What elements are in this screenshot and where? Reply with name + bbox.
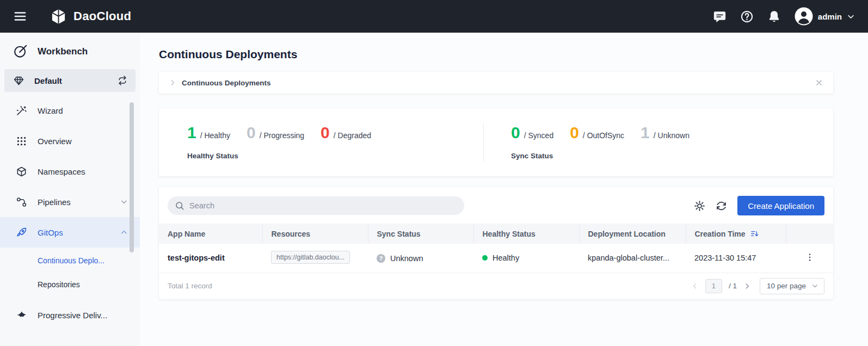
sidebar-item-continuous-deployments[interactable]: Continuous Deplo... xyxy=(0,249,140,273)
sidebar-item-gitops[interactable]: GitOps xyxy=(0,217,140,248)
sidebar-item-namespaces[interactable]: Namespaces xyxy=(0,156,140,187)
total-records: Total 1 record xyxy=(168,282,212,290)
submenu-item-label: Continuous Deplo... xyxy=(38,256,104,265)
creation-time-cell: 2023-11-30 15:47 xyxy=(686,244,786,273)
help-icon[interactable] xyxy=(740,10,754,23)
row-actions-icon[interactable] xyxy=(805,252,815,262)
table-row[interactable]: test-gitops-edit https://gitlab.daoclou.… xyxy=(159,244,833,273)
applications-table: App Name Resources Sync Status Healthy S… xyxy=(159,224,833,273)
sidebar-item-label: Progressive Deliv... xyxy=(38,311,107,320)
topbar: DaoCloud admin xyxy=(0,0,868,33)
settings-icon[interactable] xyxy=(694,200,705,212)
chevron-down-icon xyxy=(847,13,855,21)
workspace-selector[interactable]: Default xyxy=(4,69,136,92)
chevron-down-icon xyxy=(811,282,818,289)
sync-status-text: Unknown xyxy=(390,254,423,263)
page-number-input[interactable] xyxy=(705,279,722,293)
healthy-status-group: 1 / Healthy 0 / Progressing 0 / Degraded… xyxy=(159,125,483,160)
status-summary-card: 1 / Healthy 0 / Progressing 0 / Degraded… xyxy=(159,108,833,176)
sidebar-item-progressive-delivery[interactable]: Progressive Deliv... xyxy=(0,300,140,330)
wizard-icon xyxy=(16,105,27,116)
pagination: / 1 10 per page xyxy=(691,278,824,294)
healthy-dot-icon xyxy=(482,255,488,261)
resource-link-chip[interactable]: https://gitlab.daoclou... xyxy=(271,251,350,264)
workbench-icon xyxy=(13,44,28,59)
workspace-name: Default xyxy=(34,76,107,85)
bell-icon[interactable] xyxy=(767,10,781,23)
stat-healthy: 1 / Healthy xyxy=(187,125,230,141)
sort-descending-icon[interactable] xyxy=(750,229,759,238)
stat-synced: 0 / Synced xyxy=(511,125,553,141)
breadcrumb-item[interactable]: Continuous Deployments xyxy=(182,79,271,87)
stat-progressing: 0 / Progressing xyxy=(247,125,304,141)
column-header-sync-status: Sync Status xyxy=(368,224,473,244)
sidebar-scrollbar[interactable] xyxy=(130,102,134,252)
create-application-button[interactable]: Create Application xyxy=(737,196,824,215)
table-header-row: App Name Resources Sync Status Healthy S… xyxy=(159,224,833,244)
workspace-icon xyxy=(13,75,24,86)
username: admin xyxy=(818,12,842,21)
workbench-label: Workbench xyxy=(38,46,88,57)
sidebar-item-label: Pipelines xyxy=(38,197,71,207)
stat-value: 0 xyxy=(511,125,520,141)
user-menu[interactable]: admin xyxy=(795,7,855,26)
row-actions-cell xyxy=(786,244,833,273)
switch-workspace-icon[interactable] xyxy=(117,75,128,86)
message-icon[interactable] xyxy=(713,10,727,23)
column-header-healthy-status: Healthy Status xyxy=(473,224,579,244)
toolbar-actions: Create Application xyxy=(694,196,824,215)
scrollbar-thumb[interactable] xyxy=(130,102,134,252)
stat-value: 0 xyxy=(247,125,256,141)
stat-value: 0 xyxy=(570,125,579,141)
deployment-location-cell: kpanda-global-cluster... xyxy=(579,244,686,273)
stat-degraded: 0 / Degraded xyxy=(321,125,371,141)
search-icon xyxy=(175,201,184,211)
page-title: Continuous Deployments xyxy=(159,48,833,61)
stat-label: / Synced xyxy=(524,131,553,140)
brand-logo-icon xyxy=(50,8,67,25)
healthy-status-cell: Healthy xyxy=(473,244,579,273)
gitops-icon xyxy=(16,227,27,238)
pagination-next-icon[interactable] xyxy=(743,282,751,290)
namespaces-icon xyxy=(16,166,27,177)
sidebar: Workbench Default Wizard Overview xyxy=(0,33,140,346)
page-size-value: 10 per page xyxy=(767,282,806,290)
stat-label: / Unknown xyxy=(654,131,690,140)
column-header-deployment-location: Deployment Location xyxy=(579,224,686,244)
resources-cell: https://gitlab.daoclou... xyxy=(262,244,368,273)
stat-label: / OutOfSync xyxy=(583,131,624,140)
page-size-select[interactable]: 10 per page xyxy=(760,278,824,294)
table-toolbar: Create Application xyxy=(159,196,833,224)
close-icon[interactable] xyxy=(815,78,823,87)
column-header-app-name: App Name xyxy=(159,224,262,244)
menu-icon[interactable] xyxy=(13,9,27,23)
stat-label: / Healthy xyxy=(200,131,230,140)
creation-time-label: Creation Time xyxy=(695,230,746,238)
sidebar-item-pipelines[interactable]: Pipelines xyxy=(0,187,140,217)
overview-icon xyxy=(16,135,27,147)
pagination-prev-icon[interactable] xyxy=(691,282,699,290)
column-header-actions xyxy=(786,224,833,244)
sidebar-item-workbench[interactable]: Workbench xyxy=(0,33,140,67)
brand[interactable]: DaoCloud xyxy=(50,8,131,25)
page-total: / 1 xyxy=(729,282,737,290)
column-header-resources: Resources xyxy=(262,224,368,244)
column-header-creation-time: Creation Time xyxy=(686,224,786,244)
stat-label: / Progressing xyxy=(260,131,304,140)
brand-name: DaoCloud xyxy=(73,9,131,23)
search-input[interactable] xyxy=(168,196,464,215)
healthy-status-text: Healthy xyxy=(493,254,519,262)
sidebar-menu: Wizard Overview Namespaces Pipelines xyxy=(0,95,140,330)
app-name-cell[interactable]: test-gitops-edit xyxy=(159,244,262,273)
stat-value: 1 xyxy=(641,125,650,141)
sidebar-item-overview[interactable]: Overview xyxy=(0,126,140,156)
breadcrumb-chevron-icon xyxy=(169,79,176,86)
stat-label: / Degraded xyxy=(334,131,371,140)
sidebar-item-wizard[interactable]: Wizard xyxy=(0,95,140,126)
sync-status-cell: Unknown xyxy=(368,244,473,273)
refresh-icon[interactable] xyxy=(716,200,727,212)
table-footer: Total 1 record / 1 10 per page xyxy=(159,273,833,299)
healthy-status-group-label: Healthy Status xyxy=(187,152,483,160)
sidebar-item-repositories[interactable]: Repositories xyxy=(0,273,140,296)
sidebar-item-label: GitOps xyxy=(38,228,63,237)
